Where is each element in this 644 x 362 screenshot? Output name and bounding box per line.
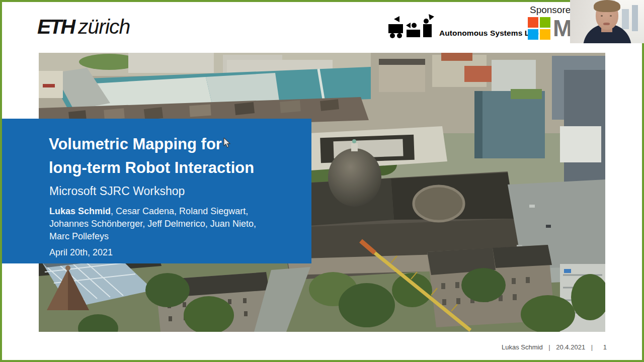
slide-authors: Lukas Schmid, Cesar Cadena, Roland Siegw… <box>49 205 256 243</box>
mouse-cursor-icon <box>223 138 231 150</box>
title-overlay-panel: Volumetric Mapping for long-term Robot I… <box>2 119 311 263</box>
screen-share-stage: Volumetric Mapping for long-term Robot I… <box>0 0 644 362</box>
asl-robots-icon <box>386 14 435 40</box>
eth-logo-light: zürich <box>78 15 130 38</box>
footer-separator-1: | <box>548 343 550 351</box>
presenter-mouth <box>603 23 610 25</box>
authors-line2: Johannes Schönberger, Jeff Delmerico, Ju… <box>49 218 256 230</box>
presenter-eye-right <box>610 15 612 17</box>
authors-line3: Marc Pollefeys <box>49 230 256 243</box>
authors-lead: Lukas Schmid <box>49 206 111 216</box>
microsoft-logo <box>528 17 550 40</box>
authors-line1: Lukas Schmid, Cesar Cadena, Roland Siegw… <box>49 205 256 218</box>
asl-logo-label: Autonomous Systems Lab <box>439 29 539 40</box>
ms-square-yellow <box>540 29 550 40</box>
footer-presenter: Lukas Schmid <box>502 343 543 351</box>
ms-square-red <box>528 17 538 28</box>
webcam-overlay[interactable] <box>570 0 644 43</box>
slide-subtitle: Microsoft SJRC Workshop <box>49 185 185 198</box>
ms-square-blue <box>528 29 538 40</box>
slide-date: April 20th, 2021 <box>49 247 113 258</box>
footer-date: 20.4.2021 <box>556 343 585 351</box>
ms-square-green <box>540 17 550 28</box>
authors-line1-rest: , Cesar Cadena, Roland Siegwart, <box>111 206 248 216</box>
slide-title-line2: long-term Robot Interaction <box>49 156 254 179</box>
autonomous-systems-lab-logo: Autonomous Systems Lab <box>386 14 539 40</box>
presenter-hair <box>594 0 620 12</box>
eth-zurich-logo: ETHzürich <box>37 16 130 38</box>
footer-page-number: 1 <box>603 343 607 351</box>
slide-footer: Lukas Schmid | 20.4.2021 | 1 <box>502 343 607 351</box>
presenter-eye-left <box>601 15 603 17</box>
eth-logo-bold: ETH <box>37 15 74 38</box>
footer-separator-2: | <box>591 343 593 351</box>
